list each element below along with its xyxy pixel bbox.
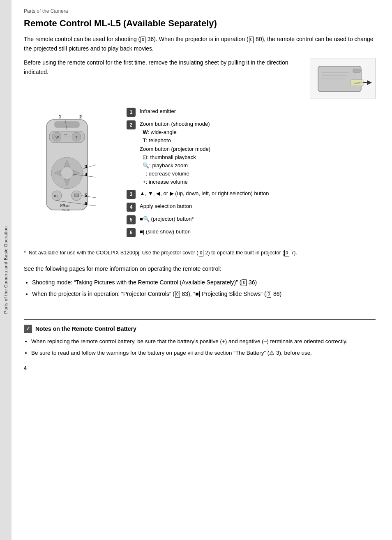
- bullet-item-1: Shooting mode: “Taking Pictures with the…: [32, 278, 376, 287]
- svg-text:T: T: [75, 135, 78, 139]
- diagram-section: 1 2 W Vol T: [24, 107, 376, 240]
- svg-text:4: 4: [85, 172, 88, 177]
- ref-icon-3: 0: [199, 250, 204, 256]
- insulating-text: Before using the remote control for the …: [24, 58, 302, 76]
- callout-text-3: ▲, ▼, ◀, or ▶ (up, down, left, or right …: [140, 189, 269, 198]
- see-following-text: See the following pages for more informa…: [24, 264, 376, 273]
- svg-text:Vol: Vol: [64, 133, 67, 136]
- callout-text-6: ■| (slide show) button: [140, 228, 191, 236]
- callout-item-1: 1 Infrared emitter: [127, 107, 376, 117]
- notes-item-1: When replacing the remote control batter…: [31, 337, 376, 346]
- callout-item-3: 3 ▲, ▼, ◀, or ▶ (up, down, left, or righ…: [127, 189, 376, 199]
- ref-icon-1: 0: [141, 37, 145, 43]
- svg-text:ML-L5: ML-L5: [62, 208, 70, 211]
- intro-text: The remote control can be used for shoot…: [24, 35, 376, 53]
- callout-number-2: 2: [127, 120, 136, 129]
- notes-item-2: Be sure to read and follow the warnings …: [31, 348, 376, 358]
- svg-text:6: 6: [85, 201, 87, 206]
- svg-text:Nikon: Nikon: [60, 203, 69, 208]
- page-title: Remote Control ML-L5 (Available Separate…: [24, 18, 376, 29]
- callout-item-4: 4 Apply selection button: [127, 202, 376, 212]
- ref-icon-7: 0: [267, 291, 272, 298]
- svg-point-23: [61, 167, 73, 179]
- callout-number-5: 5: [127, 215, 136, 224]
- callout-number-6: 6: [127, 228, 136, 237]
- ref-icon-6: 0: [175, 291, 180, 298]
- section-label: Parts of the Camera: [24, 8, 376, 14]
- main-content: Parts of the Camera Remote Control ML-L5…: [12, 0, 392, 540]
- ref-icon-4: 0: [284, 250, 289, 256]
- callout-number-1: 1: [127, 108, 136, 117]
- remote-image-box: sheet: [310, 58, 376, 99]
- page-wrapper: Parts of the Camera and Basic Operation …: [0, 0, 392, 540]
- label-1: 1: [59, 114, 61, 119]
- notes-icon: ✓: [24, 325, 32, 333]
- remote-svg: 1 2 W Vol T: [24, 107, 114, 235]
- notes-list: When replacing the remote control batter…: [31, 337, 376, 357]
- svg-text:W: W: [55, 135, 59, 139]
- svg-point-32: [75, 194, 78, 196]
- side-tab: Parts of the Camera and Basic Operation: [0, 0, 12, 540]
- footnote: * Not available for use with the COOLPIX…: [24, 249, 376, 257]
- callout-item-2: 2 Zoom button (shooting mode) W: wide-an…: [127, 120, 376, 186]
- callout-item-6: 6 ■| (slide show) button: [127, 228, 376, 237]
- svg-rect-1: [353, 69, 360, 72]
- side-tab-label: Parts of the Camera and Basic Operation: [3, 226, 8, 314]
- notes-title: ✓ Notes on the Remote Control Battery: [24, 325, 376, 333]
- callout-text-5: ■🔍 (projector) button*: [140, 215, 194, 223]
- bullet-list: Shooting mode: “Taking Pictures with the…: [32, 278, 376, 299]
- ref-icon-5: 0: [242, 279, 247, 286]
- remote-control-diagram: 1 2 W Vol T: [24, 107, 114, 236]
- insulating-sheet-svg: sheet: [312, 60, 374, 97]
- callout-list: 1 Infrared emitter 2 Zoom button (shooti…: [127, 107, 376, 240]
- svg-rect-9: [55, 122, 79, 127]
- page-number: 4: [24, 365, 376, 371]
- callout-number-4: 4: [127, 203, 136, 212]
- notes-box: ✓ Notes on the Remote Control Battery Wh…: [24, 319, 376, 357]
- insulating-sheet-row: Before using the remote control for the …: [24, 58, 376, 99]
- ref-icon-2: 0: [249, 37, 254, 43]
- label-2: 2: [79, 114, 82, 119]
- callout-text-4: Apply selection button: [140, 202, 192, 210]
- callout-item-5: 5 ■🔍 (projector) button*: [127, 215, 376, 224]
- callout-number-3: 3: [127, 190, 136, 199]
- svg-text:sheet: sheet: [353, 82, 360, 85]
- notes-title-text: Notes on the Remote Control Battery: [35, 325, 136, 332]
- callout-text-1: Infrared emitter: [140, 107, 176, 115]
- bullet-item-2: When the projector is in operation: “Pro…: [32, 289, 376, 298]
- svg-text:▶|: ▶|: [54, 194, 58, 198]
- svg-text:3: 3: [85, 164, 87, 169]
- callout-text-2: Zoom button (shooting mode) W: wide-angl…: [140, 120, 210, 186]
- svg-text:5: 5: [85, 193, 87, 198]
